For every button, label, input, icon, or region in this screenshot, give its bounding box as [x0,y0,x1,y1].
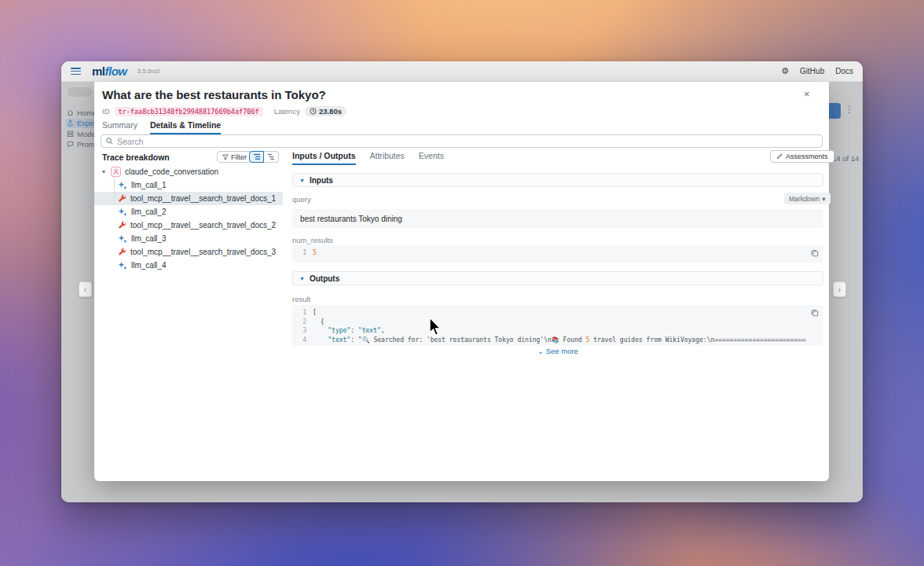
code-line: 1[ [297,308,806,318]
close-icon[interactable]: × [804,88,810,100]
next-trace-button[interactable]: › [833,281,846,297]
copy-icon [811,309,819,317]
chevron-down-icon: ▼ [299,276,305,281]
tree-row-llm_call_3[interactable]: llm_call_3 [94,232,283,245]
latency-badge: 23.80s [305,106,346,116]
code-line: 2 { [297,318,806,327]
tree-view-toggle[interactable] [249,151,264,163]
tree-row-claude_code_conversation[interactable]: ▼claude_code_conversation [94,165,283,178]
result-code-block: 1[2 {3 "type": "text",4 "text": "🔍 Searc… [292,305,823,346]
latency-value: 23.80s [319,107,342,116]
wrench-icon [118,194,126,203]
mlflow-logo[interactable]: mlflow [92,64,127,78]
query-value-box: best restaurants Tokyo dining [292,209,823,228]
sparkles-icon [118,234,127,244]
sparkles-icon [118,208,127,217]
id-label: ID [102,107,110,116]
pencil-icon [776,153,783,160]
search-icon [106,138,113,145]
tree-row-label: tool_mcp__travel__search_travel_docs_3 [130,248,276,256]
modal-tabs: Summary Details & Timeline [102,120,221,134]
search-input[interactable] [117,137,817,146]
trace-search[interactable] [101,134,823,148]
tree-row-label: llm_call_3 [131,234,166,243]
chevron-down-icon[interactable]: ▼ [101,169,107,175]
logo-ml: ml [92,64,105,78]
copy-button[interactable] [811,249,819,259]
render-mode-value: Markdown [789,195,820,203]
app-content: HomeExperimentsModelsPrompts ⋮ 14 of 14 … [61,82,863,502]
trace-breakdown-title: Trace breakdown [102,153,170,162]
tree-row-label: llm_call_2 [131,208,166,216]
sparkles-icon [118,181,127,190]
tab-attributes[interactable]: Attributes [370,151,405,165]
tab-events[interactable]: Events [419,151,444,165]
code-line: 15 [297,248,806,258]
see-more-link[interactable]: ⌄ See more [292,347,823,355]
assessments-button[interactable]: Assessments [770,150,834,163]
tree-row-llm_call_2[interactable]: llm_call_2 [94,205,283,219]
tree-row-llm_call_4[interactable]: llm_call_4 [94,259,283,272]
query-value: best restaurants Tokyo dining [292,209,823,229]
chevron-right-icon: › [838,285,841,294]
tree-row-label: tool_mcp__travel__search_travel_docs_1 [130,194,276,203]
tree-row-tool_mcp__travel__search_travel_docs_2[interactable]: tool_mcp__travel__search_travel_docs_2 [94,219,283,232]
latency-label: Latency [274,107,300,116]
inputs-section-header[interactable]: ▼ Inputs [292,173,823,187]
docs-link[interactable]: Docs [835,67,853,75]
tree-row-label: llm_call_1 [131,181,166,189]
trace-id-badge[interactable]: tr-faa8cb31340fb29948817669b4af706f [115,107,263,116]
chevron-down-icon: ▾ [822,195,825,203]
filter-label: Filter [231,153,247,161]
prev-trace-button[interactable]: ‹ [79,281,92,297]
span-detail-tabs: Inputs / Outputs Attributes Events [292,151,444,165]
tree-row-tool_mcp__travel__search_travel_docs_1[interactable]: tool_mcp__travel__search_travel_docs_1 [94,192,283,205]
outputs-section-title: Outputs [310,274,339,283]
mlflow-window: mlflow 3.5.0rc0 ⚙ GitHub Docs HomeExperi… [61,61,863,502]
sparkles-icon [118,261,127,270]
trace-meta-row: ID tr-faa8cb31340fb29948817669b4af706f L… [102,106,346,116]
num-results-code-block: 15 [292,245,823,263]
modal-title: What are the best restaurants in Tokyo? [102,88,326,101]
app-header: mlflow 3.5.0rc0 ⚙ GitHub Docs [61,61,863,82]
hamburger-menu-icon[interactable] [71,68,81,75]
tree-connector [114,178,115,203]
github-link[interactable]: GitHub [800,67,824,75]
assessments-label: Assessments [786,153,828,160]
clock-icon [310,108,317,115]
gantt-icon [267,153,275,160]
query-field-label: query [292,195,311,204]
tab-details-timeline[interactable]: Details & Timeline [150,120,221,134]
tab-inputs-outputs[interactable]: Inputs / Outputs [292,151,356,165]
agent-icon [111,167,121,177]
tree-row-label: claude_code_conversation [125,167,218,176]
tab-summary[interactable]: Summary [102,120,138,134]
copy-button[interactable] [811,309,819,318]
outputs-section-header[interactable]: ▼ Outputs [292,271,823,285]
result-field-label: result [292,295,310,303]
code-line: 3 "type": "text", [297,326,806,336]
funnel-icon [222,154,229,160]
trace-detail-modal: What are the best restaurants in Tokyo? … [94,82,829,481]
tree-row-llm_call_1[interactable]: llm_call_1 [94,178,283,192]
filter-button[interactable]: Filter [217,151,252,163]
render-mode-select[interactable]: Markdown ▾ [784,193,830,204]
version-label: 3.5.0rc0 [138,68,160,75]
timeline-view-toggle[interactable] [264,151,279,163]
chevron-down-icon: ▼ [299,178,305,183]
tree-row-label: llm_call_4 [131,261,166,270]
tree-row-label: tool_mcp__travel__search_travel_docs_2 [130,221,276,230]
copy-icon [811,249,819,257]
logo-flow: flow [105,64,127,78]
num-results-field-label: num_results [292,236,333,244]
tree-row-tool_mcp__travel__search_travel_docs_3[interactable]: tool_mcp__travel__search_travel_docs_3 [94,245,283,259]
chevron-left-icon: ‹ [84,285,86,294]
desktop: { "window": { "header": { "logo_ml": "ml… [0,0,924,566]
code-line: 4 "text": "🔍 Searched for: 'best restaur… [297,336,806,345]
gear-icon[interactable]: ⚙ [781,66,789,76]
view-toggle-group [249,151,279,163]
span-tree: ▼claude_code_conversationllm_call_1tool_… [94,165,283,272]
tree-list-icon [253,153,261,160]
inputs-section-title: Inputs [310,176,333,185]
wrench-icon [118,248,126,256]
